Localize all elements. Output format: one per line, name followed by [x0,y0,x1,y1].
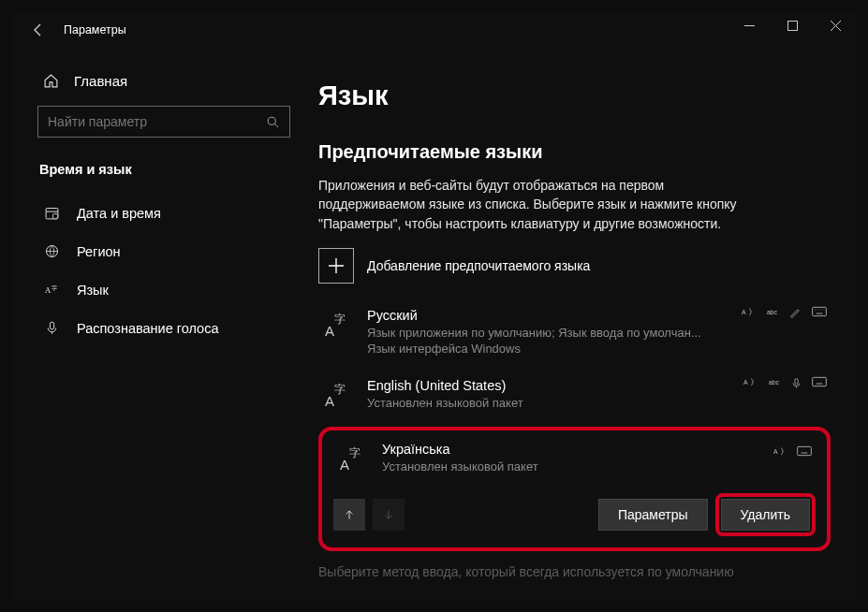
delete-button-label: Удалить [741,507,790,522]
selected-language-card: 字A Українська Установлен языковой пакет … [318,427,831,552]
language-status: Установлен языковой пакет [382,459,812,475]
tts-icon: A [773,445,787,459]
svg-rect-1 [787,21,797,30]
preferred-languages-title: Предпочитаемые языки [318,141,831,163]
svg-text:字: 字 [334,383,346,396]
language-name: Українська [382,442,812,457]
language-char-icon: A字 [43,282,60,298]
sidebar-item-date-time[interactable]: Дата и время [11,194,309,232]
page-title: Язык [318,80,831,111]
window-controls [728,11,857,39]
language-glyph-icon: 字A [337,444,367,474]
svg-rect-15 [813,307,827,315]
preferred-languages-desc: Приложения и веб-сайты будут отображатьс… [318,176,758,233]
language-badges: A abc [743,376,827,390]
language-item-ukrainian[interactable]: 字A Українська Установлен языковой пакет … [333,440,816,485]
svg-text:A: A [44,285,51,295]
search-input[interactable] [48,114,266,129]
footer-hint: Выберите метод ввода, который всегда исп… [318,564,831,579]
calendar-clock-icon [43,205,60,221]
svg-text:A: A [325,323,334,339]
handwriting-icon [788,306,802,320]
settings-window: Параметры Главная Время и язык Дата и вр… [11,11,857,601]
spellcheck-icon: abc [765,306,779,320]
svg-text:abc: abc [769,379,780,386]
close-icon [831,21,841,31]
arrow-left-icon [31,22,46,37]
sidebar-item-label: Язык [77,283,109,298]
move-down-button[interactable] [373,499,405,531]
window-title: Параметры [64,23,126,36]
svg-rect-26 [813,377,827,386]
sidebar-item-speech[interactable]: Распознавание голоса [11,309,309,347]
microphone-icon [790,376,802,390]
home-icon [43,73,59,89]
language-actions: Параметры Удалить [333,493,816,536]
svg-text:字: 字 [349,446,360,459]
maximize-button[interactable] [771,11,814,39]
sidebar-section-title: Время и язык [11,154,309,194]
language-badges: A [773,445,812,459]
spellcheck-icon: abc [767,376,781,390]
language-status: Установлен языковой пакет [367,395,827,412]
svg-text:字: 字 [334,313,346,326]
sidebar-item-label: Дата и время [77,206,161,221]
microphone-icon [43,320,60,336]
svg-line-3 [274,124,278,127]
sidebar-home-label: Главная [74,73,127,89]
titlebar: Параметры [11,11,857,49]
plus-icon [327,256,346,275]
svg-point-6 [52,213,58,219]
keyboard-icon [812,306,827,320]
language-item-russian[interactable]: 字A Русский Язык приложения по умолчанию;… [318,300,831,371]
add-language-button[interactable] [318,248,354,284]
svg-text:字: 字 [51,284,56,291]
sidebar-item-label: Регион [77,244,121,259]
options-button-label: Параметры [618,507,688,522]
svg-text:A: A [325,393,334,409]
svg-text:A: A [773,447,778,454]
svg-text:A: A [743,379,748,386]
arrow-up-icon [343,508,356,521]
sidebar-home[interactable]: Главная [11,66,309,102]
minimize-button[interactable] [728,11,771,39]
tts-icon: A [743,376,758,390]
main-content: Язык Предпочитаемые языки Приложения и в… [309,49,857,601]
svg-rect-25 [795,379,798,385]
keyboard-icon [812,376,827,390]
body: Главная Время и язык Дата и время Регион… [11,49,857,601]
delete-button[interactable]: Удалить [721,499,810,531]
keyboard-icon [797,445,812,459]
globe-icon [43,243,60,259]
delete-highlight: Удалить [715,493,816,536]
sidebar-item-label: Распознавание голоса [77,321,219,336]
svg-rect-31 [798,446,812,455]
search-box[interactable] [37,106,290,138]
sidebar-item-region[interactable]: Регион [11,232,309,270]
close-button[interactable] [814,11,857,39]
sidebar-item-language[interactable]: A字 Язык [11,270,309,309]
svg-rect-10 [50,322,53,329]
tts-icon: A [742,306,756,320]
maximize-icon [787,21,798,31]
add-language-row[interactable]: Добавление предпочитаемого языка [318,248,831,284]
move-up-button[interactable] [333,499,365,531]
language-item-english[interactable]: 字A English (United States) Установлен яз… [318,371,831,425]
search-icon [266,115,280,129]
minimize-icon [744,21,755,31]
language-glyph-icon: 字A [322,310,352,340]
svg-text:A: A [340,457,349,473]
sidebar: Главная Время и язык Дата и время Регион… [11,49,309,601]
svg-text:A: A [742,309,746,315]
add-language-label: Добавление предпочитаемого языка [367,258,590,273]
language-badges: A abc [742,306,827,320]
language-status: Язык приложения по умолчанию; Язык ввода… [367,325,827,357]
language-glyph-icon: 字A [322,380,352,410]
arrow-down-icon [382,508,395,521]
back-button[interactable] [24,16,52,44]
options-button[interactable]: Параметры [598,499,708,531]
svg-point-2 [268,117,275,124]
